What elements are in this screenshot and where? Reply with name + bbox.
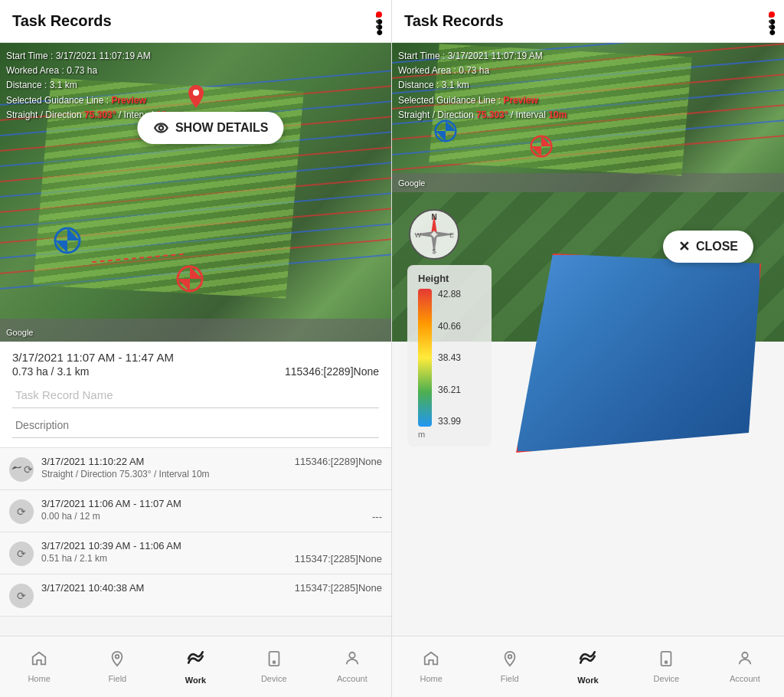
close-button[interactable]: ✕ CLOSE xyxy=(663,231,753,263)
left-title: Task Records xyxy=(12,12,112,30)
guidance-line-label: Selected Guidance Line : Preview xyxy=(6,93,175,108)
color-bar xyxy=(418,289,432,427)
list-item-area-2: 0.00 ha / 12 m xyxy=(41,511,100,522)
svg-point-0 xyxy=(158,126,163,130)
list-item-date-4: 3/17/2021 10:40:38 AM xyxy=(41,582,144,594)
list-item-date-1: 3/17/2021 11:10:22 AM xyxy=(41,456,144,467)
notification-dot xyxy=(376,11,382,18)
nav-label-field-right: Field xyxy=(501,674,519,683)
right-title: Task Records xyxy=(404,12,504,30)
svg-text:S: S xyxy=(432,247,436,255)
close-label: CLOSE xyxy=(696,240,738,254)
height-val-5: 33.99 xyxy=(438,416,461,427)
list-item-id-4: 115347:[2285]None xyxy=(295,582,382,594)
left-panel: Task Records ● ● ● xyxy=(0,0,392,697)
google-watermark: Google xyxy=(6,328,33,337)
height-legend: Height 42.88 40.66 38.43 36.21 33.99 m xyxy=(407,265,492,447)
nav-item-work-right[interactable]: Work xyxy=(549,649,627,685)
right-menu-button[interactable]: ● ● ● xyxy=(769,15,772,28)
list-item-date-3: 3/17/2021 10:39 AM - 11:06 AM xyxy=(41,540,181,551)
height-val-2: 40.66 xyxy=(438,321,461,332)
work-icon xyxy=(186,649,206,673)
right-elevation-map: N S W E Height 42.88 40.66 38.43 36.21 3 xyxy=(392,192,784,342)
right-map-info: Start Time : 3/17/2021 11:07:19 AM Worke… xyxy=(398,49,567,123)
device-icon-right xyxy=(658,650,675,672)
right-google-watermark: Google xyxy=(398,178,425,188)
height-val-3: 38.43 xyxy=(438,352,461,363)
right-start-time: Start Time : 3/17/2021 11:07:19 AM xyxy=(398,49,567,64)
list-item[interactable]: ⟳ 3/17/2021 10:40:38 AM 115347:[2285]Non… xyxy=(0,574,391,617)
nav-label-home-left: Home xyxy=(28,674,50,683)
home-icon-right xyxy=(423,650,439,672)
height-val-1: 42.88 xyxy=(438,289,461,299)
list-item[interactable]: ⟳ 3/17/2021 11:10:22 AM 115346:[2289]Non… xyxy=(0,448,391,490)
home-icon xyxy=(31,650,47,672)
main-record-id: 115346:[2289]None xyxy=(285,365,379,378)
left-bottom-nav: Home Field Work xyxy=(0,636,391,697)
right-target-red xyxy=(530,135,553,161)
svg-point-19 xyxy=(508,655,511,659)
svg-text:E: E xyxy=(449,231,454,239)
field-icon xyxy=(109,650,126,672)
show-details-label: SHOW DETAILS xyxy=(175,121,268,135)
nav-item-home-right[interactable]: Home xyxy=(392,650,470,683)
list-item[interactable]: ⟳ 3/17/2021 11:06 AM - 11:07 AM 0.00 ha … xyxy=(0,490,391,532)
list-item[interactable]: ⟳ 3/17/2021 10:39 AM - 11:06 AM 0.51 ha … xyxy=(0,532,391,574)
nav-item-account-right[interactable]: Account xyxy=(706,650,784,683)
list-item-sub-1: Straight / Direction 75.303° / Interval … xyxy=(41,469,382,479)
route-icon-3: ⟳ xyxy=(9,542,34,566)
svg-point-6 xyxy=(273,661,275,663)
nav-label-work-right: Work xyxy=(577,676,598,685)
right-bottom-nav: Home Field Work xyxy=(392,636,784,697)
main-record-item[interactable]: 3/17/2021 11:07 AM - 11:47 AM 0.73 ha / … xyxy=(0,342,391,448)
right-worked-area: Worked Area : 0.73 ha xyxy=(398,64,567,78)
target-blue-left xyxy=(54,227,81,257)
route-icon xyxy=(152,119,169,136)
left-map: Start Time : 3/17/2021 11:07:19 AM Worke… xyxy=(0,43,391,342)
nav-item-home-left[interactable]: Home xyxy=(0,650,78,683)
nav-item-work-left[interactable]: Work xyxy=(156,649,234,685)
main-record-date: 3/17/2021 11:07 AM - 11:47 AM xyxy=(12,351,379,364)
list-item-id-2: --- xyxy=(372,511,382,522)
svg-point-1 xyxy=(193,90,199,96)
right-panel: Task Records ● ● ● xyxy=(392,0,784,697)
preview-label: Preview xyxy=(111,95,145,106)
right-header: Task Records ● ● ● xyxy=(392,0,784,43)
nav-label-device-left: Device xyxy=(261,674,287,683)
left-header: Task Records ● ● ● xyxy=(0,0,391,43)
nav-item-field-right[interactable]: Field xyxy=(470,650,548,683)
nav-label-field-left: Field xyxy=(108,674,126,683)
notification-dot-right xyxy=(769,11,775,18)
task-list: 3/17/2021 11:07 AM - 11:47 AM 0.73 ha / … xyxy=(0,342,391,636)
start-time-label: Start Time : 3/17/2021 11:07:19 AM xyxy=(6,49,175,64)
svg-text:W: W xyxy=(415,231,422,239)
svg-point-21 xyxy=(665,661,668,663)
list-item-area-3: 0.51 ha / 2.1 km xyxy=(41,553,107,564)
route-icon-4: ⟳ xyxy=(9,584,34,608)
nav-item-account-left[interactable]: Account xyxy=(313,650,391,683)
description-input[interactable] xyxy=(12,413,379,438)
left-menu-button[interactable]: ● ● ● xyxy=(376,15,379,28)
compass: N S W E xyxy=(407,208,461,261)
close-x-icon: ✕ xyxy=(678,238,690,255)
elevation-field xyxy=(516,254,761,453)
distance-label: Distance : 3.1 km xyxy=(6,78,175,93)
account-icon-right xyxy=(737,650,753,672)
route-icon-1: ⟳ xyxy=(9,457,34,482)
show-details-button[interactable]: SHOW DETAILS xyxy=(137,112,283,144)
target-red-right xyxy=(176,265,204,296)
nav-item-field-left[interactable]: Field xyxy=(78,650,156,683)
right-preview: Preview xyxy=(503,95,537,106)
svg-point-4 xyxy=(116,655,119,659)
field-icon-right xyxy=(501,650,518,672)
nav-item-device-right[interactable]: Device xyxy=(627,650,705,683)
work-icon-right xyxy=(578,649,598,673)
list-item-date-2: 3/17/2021 11:06 AM - 11:07 AM xyxy=(41,498,181,509)
right-target-blue xyxy=(434,119,457,146)
task-record-name-input[interactable] xyxy=(12,382,379,408)
nav-label-account-right: Account xyxy=(730,674,760,683)
map-satellite-bg: Start Time : 3/17/2021 11:07:19 AM Worke… xyxy=(0,43,391,342)
nav-item-device-left[interactable]: Device xyxy=(235,650,313,683)
height-unit: m xyxy=(418,430,481,439)
list-item-id-1: 115346:[2289]None xyxy=(295,456,382,467)
